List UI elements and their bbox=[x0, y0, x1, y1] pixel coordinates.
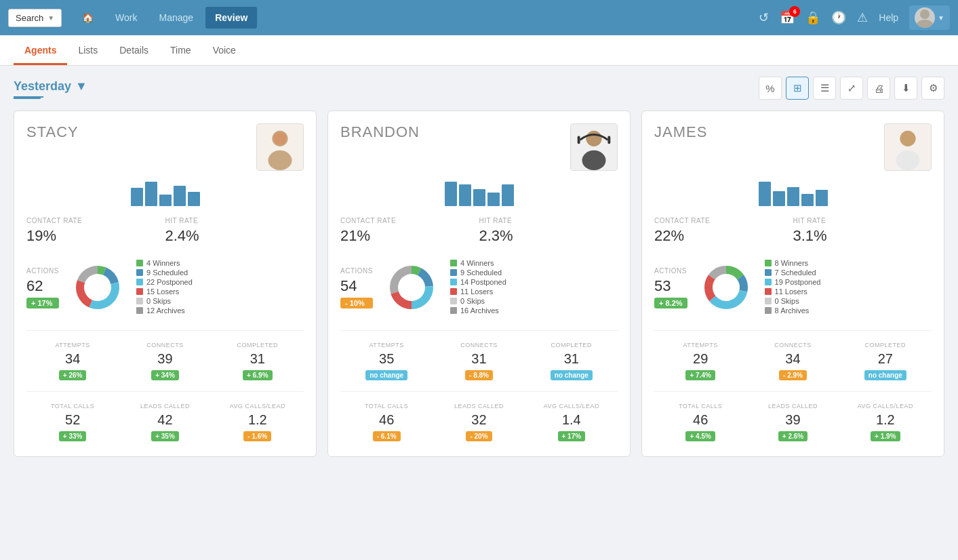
agent-name: JAMES bbox=[654, 123, 707, 141]
legend-label: 14 Postponed bbox=[460, 278, 506, 286]
list-filter-btn[interactable]: ☰ bbox=[813, 77, 836, 100]
legend-color-dot bbox=[765, 298, 772, 304]
agent-name: BRANDON bbox=[340, 123, 420, 141]
legend-item: 8 Archives bbox=[765, 306, 821, 315]
actions-label: ACTIONS bbox=[654, 267, 687, 275]
tab-time[interactable]: Time bbox=[159, 35, 202, 65]
legend-label: 15 Losers bbox=[146, 287, 179, 296]
date-filter-button[interactable]: Yesterday ▼ bbox=[14, 79, 87, 94]
svg-point-5 bbox=[273, 132, 286, 145]
connects-value: 34 bbox=[749, 351, 836, 367]
hit-rate-item: HIT RATE 3.1% bbox=[793, 217, 932, 245]
total-calls-badge: + 33% bbox=[59, 431, 87, 441]
download-filter-btn[interactable]: ⬇ bbox=[894, 77, 917, 100]
main-content: Yesterday ▼ % ⊞ ☰ ⤢ 🖨 ⬇ ⚙ STACY CONTA bbox=[0, 66, 958, 468]
completed-value: 31 bbox=[214, 351, 301, 367]
tab-details[interactable]: Details bbox=[108, 35, 159, 65]
avg-calls-badge: - 1.6% bbox=[243, 431, 271, 441]
legend-label: 11 Losers bbox=[460, 287, 493, 296]
filter-bar: Yesterday ▼ % ⊞ ☰ ⤢ 🖨 ⬇ ⚙ bbox=[14, 77, 944, 100]
avg-calls-label: AVG CALLS/LEAD bbox=[214, 403, 301, 409]
legend-label: 9 Scheduled bbox=[460, 268, 502, 277]
actions-left: ACTIONS 53 + 8.2% bbox=[654, 267, 687, 308]
actions-row: ACTIONS 53 + 8.2% 8 Winners7 Scheduled19… bbox=[654, 257, 932, 318]
attempts-label: ATTEMPTS bbox=[343, 342, 430, 348]
contact-rate-item: CONTACT RATE 22% bbox=[654, 217, 793, 245]
avg-calls-badge: + 17% bbox=[558, 431, 586, 441]
total-calls-value: 52 bbox=[29, 412, 116, 428]
legend-label: 0 Skips bbox=[775, 297, 799, 305]
completed-stat: COMPLETED 27 no change bbox=[839, 339, 932, 383]
actions-value: 62 bbox=[26, 277, 59, 295]
actions-row: ACTIONS 54 - 10% 4 Winners9 Scheduled14 … bbox=[340, 257, 618, 318]
tab-lists[interactable]: Lists bbox=[67, 35, 108, 65]
attempts-value: 29 bbox=[657, 351, 744, 367]
completed-badge: + 6.9% bbox=[243, 370, 272, 380]
grid-filter-btn[interactable]: ⊞ bbox=[786, 77, 809, 100]
help-link[interactable]: Help bbox=[879, 12, 898, 23]
history-icon[interactable]: ↺ bbox=[759, 10, 769, 25]
agent-header: STACY bbox=[26, 123, 304, 171]
legend-item: 9 Scheduled bbox=[450, 268, 506, 277]
legend-item: 0 Skips bbox=[765, 297, 821, 305]
rates-row: CONTACT RATE 19% HIT RATE 2.4% bbox=[26, 217, 304, 245]
donut-chart bbox=[696, 257, 757, 318]
nav-link-work[interactable]: Work bbox=[106, 7, 146, 28]
search-chevron-icon: ▼ bbox=[47, 14, 54, 22]
legend-color-dot bbox=[765, 307, 772, 314]
clock-icon[interactable]: 🕐 bbox=[831, 10, 846, 25]
warning-icon[interactable]: ⚠ bbox=[857, 10, 868, 25]
legend-item: 9 Scheduled bbox=[136, 268, 193, 277]
legend-label: 22 Postponed bbox=[146, 278, 193, 286]
search-label: Search bbox=[16, 13, 43, 23]
settings-filter-btn[interactable]: ⚙ bbox=[921, 77, 944, 100]
nav-icons-group: ↺ 📅 6 🔒 🕐 ⚠ Help ▼ bbox=[759, 5, 950, 30]
leads-called-value: 42 bbox=[121, 412, 208, 428]
legend-item: 14 Postponed bbox=[450, 278, 506, 286]
agent-card-stacy: STACY CONTACT RATE 19% HIT RATE 2.4% ACT… bbox=[14, 111, 317, 457]
search-box[interactable]: Search ▼ bbox=[8, 9, 62, 27]
expand-filter-btn[interactable]: ⤢ bbox=[840, 77, 863, 100]
tab-agents[interactable]: Agents bbox=[14, 35, 67, 65]
svg-point-1 bbox=[917, 20, 933, 28]
legend-item: 19 Postponed bbox=[765, 278, 821, 286]
hit-rate-label: HIT RATE bbox=[793, 217, 932, 224]
tab-voice[interactable]: Voice bbox=[202, 35, 247, 65]
actions-value: 53 bbox=[654, 277, 687, 295]
legend-item: 0 Skips bbox=[450, 297, 506, 305]
legend: 8 Winners7 Scheduled19 Postponed11 Loser… bbox=[765, 259, 821, 316]
legend-label: 4 Winners bbox=[146, 259, 180, 267]
mini-chart bbox=[26, 179, 304, 206]
nav-link-review[interactable]: Review bbox=[205, 7, 257, 28]
contact-rate-value: 21% bbox=[340, 227, 479, 245]
print-filter-btn[interactable]: 🖨 bbox=[867, 77, 890, 100]
percent-filter-btn[interactable]: % bbox=[759, 77, 782, 100]
leads-called-stat: LEADS CALLED 39 + 2.6% bbox=[746, 400, 839, 444]
nav-link-home[interactable]: 🏠 bbox=[73, 7, 103, 28]
attempts-label: ATTEMPTS bbox=[29, 342, 116, 348]
actions-change-badge: + 8.2% bbox=[654, 298, 687, 308]
attempts-value: 35 bbox=[343, 351, 430, 367]
attempts-badge: + 26% bbox=[59, 370, 87, 380]
lock-icon[interactable]: 🔒 bbox=[805, 10, 820, 25]
legend-label: 8 Archives bbox=[775, 306, 810, 315]
total-calls-label: TOTAL CALLS bbox=[29, 403, 116, 409]
avatar-button[interactable]: ▼ bbox=[909, 5, 950, 30]
agent-header: JAMES bbox=[654, 123, 932, 171]
hit-rate-item: HIT RATE 2.4% bbox=[165, 217, 304, 245]
legend-label: 8 Winners bbox=[775, 259, 809, 267]
legend-item: 4 Winners bbox=[450, 259, 506, 267]
nav-link-manage[interactable]: Manage bbox=[150, 7, 203, 28]
hit-rate-item: HIT RATE 2.3% bbox=[479, 217, 618, 245]
actions-label: ACTIONS bbox=[26, 267, 59, 275]
legend-color-dot bbox=[450, 307, 457, 314]
stats-grid: ATTEMPTS 34 + 26% CONNECTS 39 + 34% COMP… bbox=[26, 330, 304, 383]
contact-rate-value: 22% bbox=[654, 227, 793, 245]
total-calls-stat: TOTAL CALLS 46 - 6.1% bbox=[340, 400, 433, 444]
calendar-icon[interactable]: 📅 6 bbox=[780, 10, 795, 25]
legend-label: 7 Scheduled bbox=[775, 268, 816, 277]
legend-color-dot bbox=[136, 298, 143, 304]
contact-rate-item: CONTACT RATE 19% bbox=[26, 217, 165, 245]
completed-badge: no change bbox=[864, 370, 906, 380]
connects-value: 39 bbox=[121, 351, 208, 367]
